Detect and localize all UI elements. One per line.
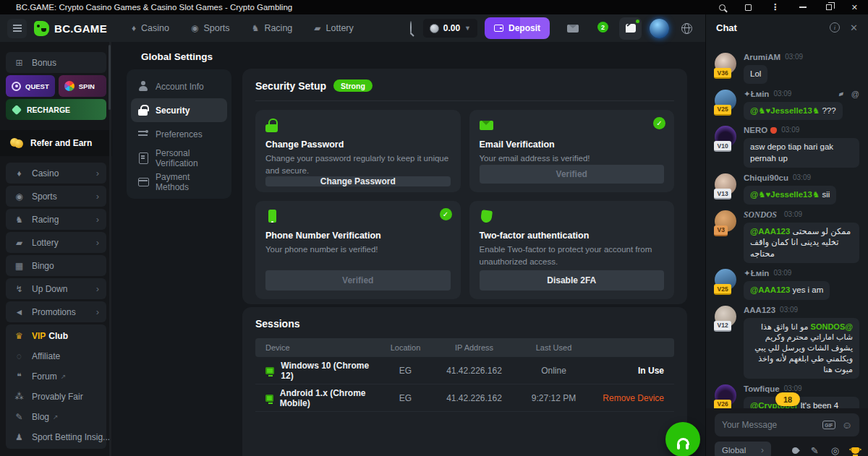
chat-text: ??? — [822, 106, 835, 115]
chat-bubble: @Cryptoper It's been 4 years. — [744, 397, 859, 408]
card-action-button[interactable]: Disable 2FA — [480, 270, 665, 291]
language-globe-icon[interactable] — [681, 23, 692, 34]
mention-text[interactable]: @AAA123 — [750, 285, 790, 294]
spin-button[interactable]: SPIN — [59, 75, 106, 97]
chevron-right-icon: › — [96, 168, 99, 178]
bonus-label: Bonus — [32, 58, 56, 68]
chat-username[interactable]: Chiqui90cu — [744, 173, 788, 183]
sidebar-item[interactable]: ♦ Casino › — [6, 163, 106, 184]
sidebar-menu: ♦ Casino › ◉ Sports › ♞ Racing › ▰ Lotte… — [6, 163, 106, 322]
security-card-icon — [480, 210, 494, 224]
chat-username[interactable]: SONDOS — [744, 210, 777, 220]
sidebar-item[interactable]: ◉ Sports › — [6, 186, 106, 207]
sidebar-item[interactable]: ❝ Forum ↗ — [6, 366, 106, 387]
topnav-menu-item[interactable]: ♞ Racing — [252, 23, 293, 33]
sidebar-item[interactable]: ♟ Sport Betting Insig... ↗ — [6, 427, 106, 447]
inbox-icon[interactable] — [567, 25, 579, 33]
card-action-button[interactable]: Change Password — [265, 176, 451, 186]
chat-username[interactable]: ArumiAM — [744, 52, 780, 62]
mention-icon[interactable]: @ — [851, 89, 859, 99]
topnav-menu-item[interactable]: ◉ Sports — [191, 23, 230, 33]
menu-item-icon: ♦ — [132, 23, 136, 33]
extension-icon[interactable] — [745, 4, 752, 11]
gif-icon[interactable]: GIF — [822, 421, 835, 429]
unread-count-badge[interactable]: 18 — [775, 392, 800, 406]
support-button[interactable] — [665, 422, 700, 456]
sidebar-item[interactable]: ↯ Up Down › — [6, 278, 106, 299]
settings-nav-item[interactable]: Personal Verification — [131, 146, 227, 170]
mention-text[interactable]: @SONDOS — [811, 322, 853, 331]
sessions-title: Sessions — [255, 318, 674, 330]
mention-text[interactable]: @♞♥Jesselle13♞ — [750, 106, 820, 115]
minimize-button[interactable] — [799, 7, 807, 8]
restore-button[interactable] — [826, 4, 832, 10]
chat-username[interactable]: ✦Łмin — [744, 89, 769, 99]
settings-nav-item[interactable]: Payment Methods — [131, 170, 227, 194]
emoji-icon[interactable]: ☺ — [842, 419, 852, 431]
sidebar-item-icon: ✎ — [13, 412, 25, 422]
sidebar-item[interactable]: ◌ Affiliate — [6, 346, 106, 366]
card-action-button[interactable]: Verified — [480, 165, 665, 184]
trophy-icon[interactable] — [851, 447, 859, 454]
sidebar-item[interactable]: ✎ Blog ↗ — [6, 407, 106, 427]
settings-nav-item[interactable]: Security — [131, 98, 227, 122]
sidebar-item[interactable]: ▦ Bingo — [6, 255, 106, 276]
chat-username[interactable]: AAA123 — [744, 305, 775, 315]
chat-username[interactable]: Towfique — [744, 384, 780, 394]
chat-close-icon[interactable]: ✕ — [850, 22, 858, 33]
settings-nav-item[interactable]: Account Info — [131, 74, 227, 98]
sidebar-item[interactable]: ♛ VIP Club — [6, 326, 106, 346]
mention-text[interactable]: @♞♥Jesselle13♞ — [750, 190, 820, 199]
refer-and-earn-button[interactable]: Refer and Earn — [0, 130, 112, 156]
chat-text: sii — [822, 190, 830, 199]
security-panel: Security Setup Strong Change Password Ch… — [242, 69, 687, 304]
coin-drop-icon[interactable]: ◎ — [831, 445, 839, 456]
settings-nav-item[interactable]: Preferences — [131, 122, 227, 146]
recharge-button[interactable]: RECHARGE — [6, 99, 106, 120]
chat-username[interactable]: NERO — [744, 125, 767, 135]
sidebar-item-bonus[interactable]: ⊞ Bonus — [6, 52, 106, 73]
browser-menu-icon[interactable]: ⋮ — [771, 4, 780, 11]
sidebar-item-label: Up Down — [32, 284, 67, 294]
chat-bubble: asw depo tiap hari gak pernah up — [744, 138, 859, 168]
wheel-icon — [64, 81, 75, 91]
chat-message-input[interactable] — [722, 420, 816, 430]
security-setup-title: Security Setup — [255, 80, 326, 92]
balance-selector[interactable]: 0.00 ▼ — [423, 19, 477, 38]
sidebar-item[interactable]: ▰ Lottery › — [6, 232, 106, 253]
sidebar-item[interactable]: ◄ Promotions › — [6, 301, 106, 322]
user-avatar[interactable] — [650, 19, 669, 38]
session-action[interactable]: Remove Device — [592, 393, 664, 403]
tip-icon[interactable]: ▰ — [837, 88, 846, 100]
chat-timestamp: 03:09 — [785, 52, 803, 62]
device-name: Android 1.x (Chrome Mobile) — [280, 388, 378, 408]
quest-button[interactable]: QUEST — [6, 75, 55, 97]
zoom-icon[interactable] — [719, 4, 726, 11]
session-row: Windows 10 (Chrome 12) EG 41.42.226.162 … — [255, 357, 674, 384]
device-icon — [265, 395, 273, 402]
chat-info-icon[interactable]: i — [830, 22, 840, 33]
card-action-button[interactable]: Verified — [265, 270, 451, 291]
security-card: Two-factor authentication Enable Two-fac… — [469, 201, 675, 299]
chevron-right-icon: › — [96, 283, 99, 294]
chat-channel-selector[interactable]: Global › — [715, 442, 771, 456]
session-action[interactable]: In Use — [592, 366, 664, 376]
topnav-menu-item[interactable]: ♦ Casino — [132, 23, 169, 33]
hamburger-menu-button[interactable] — [7, 19, 27, 38]
brand-logo[interactable]: BC.GAME — [34, 21, 107, 36]
pencil-icon[interactable]: ✎ — [811, 445, 819, 456]
close-window-button[interactable]: ✕ — [851, 3, 858, 12]
chat-username[interactable]: ✦Łмin — [744, 268, 769, 278]
settings-nav-icon — [137, 105, 148, 116]
topnav-menu-item[interactable]: ▰ Lottery — [314, 23, 353, 33]
chat-message: V25 ✦Łмin 03:09 @AAA123 yes i am — [715, 268, 859, 300]
chat-toggle-button[interactable] — [619, 17, 642, 40]
sidebar-item[interactable]: ♞ Racing › — [6, 209, 106, 230]
mention-text[interactable]: @AAA123 — [750, 227, 790, 236]
sidebar-scrollbar[interactable] — [109, 42, 111, 456]
sidebar-item[interactable]: ⁂ Provably Fair — [6, 387, 106, 407]
deposit-button[interactable]: Deposit — [485, 17, 550, 39]
search-icon[interactable] — [410, 22, 412, 35]
rain-icon[interactable] — [791, 446, 800, 455]
chevron-down-icon: ▼ — [464, 25, 471, 32]
